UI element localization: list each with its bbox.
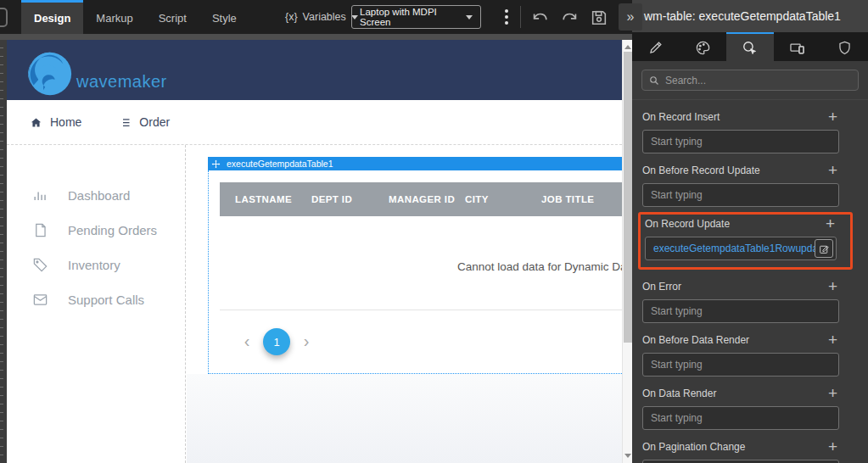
wavemaker-studio: DesignMarkupScriptStyle {x} Variables La… <box>0 0 868 463</box>
inspector-title: wm-table: executeGetempdataTable1 <box>632 0 868 32</box>
sidebar-item-dashboard[interactable]: Dashboard <box>7 178 185 213</box>
event-section: On Pagination Change+ <box>642 439 839 463</box>
panel-toggle-icon[interactable] <box>0 8 8 27</box>
toolbar-strip <box>0 34 632 40</box>
home-icon <box>30 116 42 129</box>
mode-tab-script[interactable]: Script <box>146 0 199 34</box>
scroll-down-arrow-icon[interactable] <box>624 454 631 458</box>
sidebar-item-pending-orders[interactable]: Pending Orders <box>7 213 185 248</box>
devices-icon <box>789 40 805 56</box>
undo-icon <box>530 8 549 27</box>
design-canvas: wavemaker HomeOrder DashboardPending Ord… <box>0 40 632 463</box>
next-page-button[interactable]: › <box>300 332 312 352</box>
event-handler-input[interactable] <box>642 353 839 377</box>
search-field[interactable] <box>641 70 859 91</box>
table-header-row: LASTNAMEDEPT IDMANAGER IDCITYJOB TITLEZI <box>220 182 622 216</box>
envelope-icon <box>32 292 48 308</box>
inspector-panel: wm-table: executeGetempdataTable1 On Rec… <box>632 0 868 463</box>
nav-item-order[interactable]: Order <box>119 115 170 129</box>
scrollbar-thumb[interactable] <box>624 52 632 343</box>
inspector-tab-palette-icon[interactable] <box>680 32 727 61</box>
inspector-tab-events-click-icon[interactable] <box>726 32 774 61</box>
event-section: On Data Render+ <box>642 386 839 430</box>
pagination: ‹ 1 › <box>220 310 622 374</box>
add-event-action-button[interactable]: + <box>828 388 837 399</box>
canvas-ruler <box>0 40 7 463</box>
sidebar-item-support-calls[interactable]: Support Calls <box>7 282 185 317</box>
search-input[interactable] <box>665 75 851 86</box>
event-label: On Error <box>642 281 681 293</box>
add-event-action-button[interactable]: + <box>828 111 837 123</box>
widget-selection-bar[interactable]: executeGetempdataTable1 <box>208 157 622 170</box>
inspector-tab-shield-icon[interactable] <box>820 32 868 61</box>
add-event-action-button[interactable]: + <box>826 218 835 230</box>
mode-tab-markup[interactable]: Markup <box>83 0 145 34</box>
table-column-header[interactable]: DEPT ID <box>311 194 389 204</box>
page-body: DashboardPending OrdersInventorySupport … <box>7 145 622 463</box>
more-options-button[interactable] <box>500 7 513 27</box>
event-label: On Data Render <box>642 388 716 399</box>
table-column-header[interactable]: CITY <box>465 194 541 204</box>
variables-menu[interactable]: {x} Variables <box>285 0 358 34</box>
list-icon <box>119 116 132 129</box>
sidebar-item-label: Dashboard <box>68 188 130 203</box>
event-handler-input[interactable] <box>642 406 839 430</box>
sidebar-item-label: Support Calls <box>68 293 144 307</box>
event-handler-input[interactable] <box>642 130 839 153</box>
data-table-widget[interactable]: LASTNAMEDEPT IDMANAGER IDCITYJOB TITLEZI… <box>208 170 622 374</box>
mode-tab-style[interactable]: Style <box>199 0 249 34</box>
previous-page-button[interactable]: ‹ <box>241 332 253 352</box>
scroll-up-arrow-icon[interactable] <box>624 45 631 49</box>
canvas-scrollbar[interactable] <box>622 40 632 463</box>
widget-name-label: executeGetempdataTable1 <box>227 159 333 169</box>
sidebar-item-inventory[interactable]: Inventory <box>7 248 185 282</box>
search-row <box>632 61 868 100</box>
add-event-action-button[interactable]: + <box>828 165 837 176</box>
sidebar-item-label: Inventory <box>68 258 120 272</box>
mode-tab-design[interactable]: Design <box>21 0 83 34</box>
event-section: On Error+ <box>642 279 839 323</box>
device-selector[interactable]: Laptop with MDPI Screen <box>351 5 481 29</box>
redo-button[interactable] <box>558 6 581 29</box>
current-page-button[interactable]: 1 <box>263 328 290 355</box>
pencil-icon <box>647 40 664 56</box>
shield-icon <box>837 40 853 56</box>
event-handler-field[interactable]: executeGetempdataTable1Rowupdate <box>645 237 837 260</box>
undo-button[interactable] <box>528 6 551 29</box>
add-event-action-button[interactable]: + <box>828 441 837 453</box>
events-click-icon <box>742 40 758 56</box>
nav-item-home[interactable]: Home <box>30 115 81 129</box>
app-header: wavemaker <box>7 40 622 100</box>
document-icon <box>32 222 48 238</box>
inspector-tab-pencil-icon[interactable] <box>632 32 680 61</box>
event-handler-input[interactable] <box>642 460 839 463</box>
inspector-tabs <box>632 32 868 61</box>
table-column-header[interactable]: LASTNAME <box>235 194 311 204</box>
event-label: On Before Data Render <box>642 334 749 346</box>
bar-chart-icon <box>32 187 48 204</box>
tag-icon <box>32 257 48 273</box>
wavemaker-logo-icon <box>25 49 75 98</box>
save-icon <box>590 8 608 27</box>
event-label: On Record Update <box>645 218 730 230</box>
collapse-panel-button[interactable]: » <box>619 3 642 31</box>
add-event-action-button[interactable]: + <box>828 281 837 293</box>
chevron-down-icon <box>466 15 473 20</box>
table-column-header[interactable]: JOB TITLE <box>541 194 622 204</box>
event-handler-input[interactable] <box>642 299 839 323</box>
event-handler-input[interactable] <box>642 183 839 207</box>
mode-tabs: DesignMarkupScriptStyle <box>21 0 249 34</box>
nav-item-label: Order <box>139 115 170 129</box>
nav-item-label: Home <box>50 115 81 129</box>
event-handler-link[interactable]: executeGetempdataTable1Rowupdate <box>653 243 815 254</box>
page-navbar: HomeOrder <box>7 100 622 145</box>
event-label: On Pagination Change <box>642 441 745 453</box>
table-empty-message: Cannot load data for Dynamic Data <box>457 260 622 273</box>
variables-icon: {x} <box>285 11 298 23</box>
inspector-tab-devices-icon[interactable] <box>774 32 821 61</box>
add-event-action-button[interactable]: + <box>828 334 837 346</box>
redo-icon <box>561 8 580 27</box>
edit-script-button[interactable] <box>815 239 833 258</box>
save-button[interactable] <box>587 6 610 29</box>
table-column-header[interactable]: MANAGER ID <box>389 194 465 204</box>
